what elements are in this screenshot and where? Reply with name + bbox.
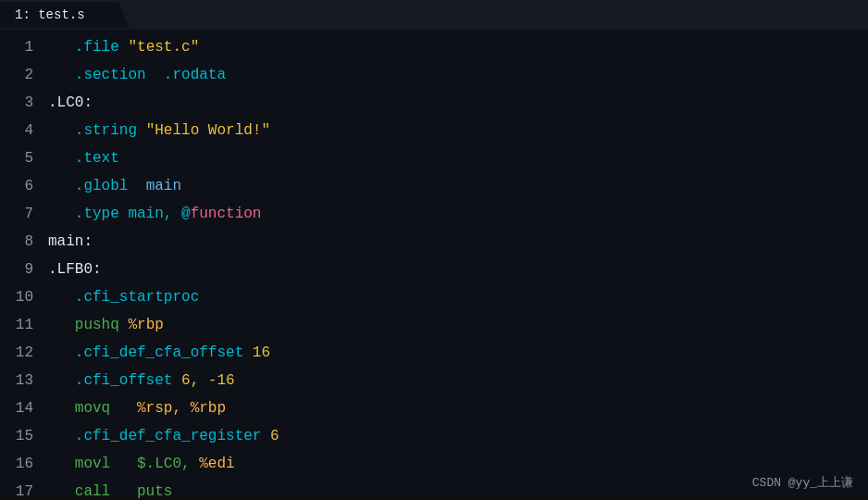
line-content: movl $.LC0, %edi xyxy=(48,450,235,478)
code-token: 6 xyxy=(270,428,279,444)
code-token: .LC0: xyxy=(48,94,93,111)
code-token: .text xyxy=(48,150,119,167)
code-line: 15 .cfi_def_cfa_register 6 xyxy=(0,422,868,450)
line-content: .cfi_def_cfa_offset 16 xyxy=(48,339,270,367)
code-line: 16 movl $.LC0, %edi xyxy=(0,450,868,478)
line-content: main: xyxy=(48,228,93,256)
code-token: .section .rodata xyxy=(48,67,226,83)
code-line: 5 .text xyxy=(0,144,868,172)
watermark: CSDN @yy_上上谦 xyxy=(752,474,853,491)
code-line: 14 movq %rsp, %rbp xyxy=(0,394,868,422)
line-content: pushq %rbp xyxy=(48,311,164,339)
line-number: 17 xyxy=(0,478,48,500)
code-line: 8main: xyxy=(0,228,868,256)
active-tab[interactable]: 1: test.s xyxy=(0,2,130,28)
code-token: main: xyxy=(48,233,93,250)
code-token: .string xyxy=(48,122,146,139)
code-token: function xyxy=(191,206,262,222)
code-token: "test.c" xyxy=(128,39,199,56)
line-number: 5 xyxy=(0,144,48,172)
editor-container: 1: test.s 1 .file "test.c"2 .section .ro… xyxy=(0,0,868,500)
line-content: .cfi_startproc xyxy=(48,283,199,311)
code-line: 13 .cfi_offset 6, -16 xyxy=(0,367,868,394)
line-number: 4 xyxy=(0,117,48,144)
code-token: movl $.LC0, xyxy=(48,456,199,472)
code-line: 12 .cfi_def_cfa_offset 16 xyxy=(0,339,868,367)
code-token: .type main, @ xyxy=(48,206,191,222)
code-token: movq xyxy=(48,400,137,417)
line-number: 14 xyxy=(0,394,48,422)
line-content: .LC0: xyxy=(48,89,93,117)
code-line: 3.LC0: xyxy=(0,89,868,117)
code-line: 11 pushq %rbp xyxy=(0,311,868,339)
code-token: .cfi_def_cfa_register xyxy=(48,428,270,444)
line-content: .section .rodata xyxy=(48,61,226,89)
code-token: .cfi_offset xyxy=(48,372,181,389)
line-number: 2 xyxy=(0,61,48,89)
tab-bar: 1: test.s xyxy=(0,0,868,30)
code-area: 1 .file "test.c"2 .section .rodata3.LC0:… xyxy=(0,30,868,500)
code-token: 6, -16 xyxy=(181,372,235,389)
line-number: 11 xyxy=(0,311,48,339)
line-number: 10 xyxy=(0,283,48,311)
line-number: 12 xyxy=(0,339,48,367)
code-line: 9.LFB0: xyxy=(0,256,868,283)
code-token: main xyxy=(146,178,181,194)
line-number: 13 xyxy=(0,367,48,394)
code-token: %rsp, %rbp xyxy=(137,400,226,417)
line-number: 16 xyxy=(0,450,48,478)
code-token: 16 xyxy=(253,344,270,361)
line-content: .cfi_def_cfa_register 6 xyxy=(48,422,279,450)
code-line: 4 .string "Hello World!" xyxy=(0,117,868,144)
code-token: call puts xyxy=(48,483,172,500)
line-number: 7 xyxy=(0,200,48,228)
code-line: 2 .section .rodata xyxy=(0,61,868,89)
line-content: .text xyxy=(48,144,119,172)
code-token: %rbp xyxy=(128,317,163,333)
line-content: .file "test.c" xyxy=(48,33,199,61)
code-line: 17 call puts xyxy=(0,478,868,500)
line-number: 1 xyxy=(0,33,48,61)
line-number: 3 xyxy=(0,89,48,117)
line-content: movq %rsp, %rbp xyxy=(48,394,226,422)
code-line: 6 .globl main xyxy=(0,172,868,200)
line-content: call puts xyxy=(48,478,172,500)
line-content: .globl main xyxy=(48,172,181,200)
line-content: .LFB0: xyxy=(48,256,102,283)
code-line: 7 .type main, @function xyxy=(0,200,868,228)
line-number: 8 xyxy=(0,228,48,256)
line-number: 6 xyxy=(0,172,48,200)
code-token: "Hello World!" xyxy=(146,122,270,139)
code-line: 10 .cfi_startproc xyxy=(0,283,868,311)
code-line: 1 .file "test.c" xyxy=(0,33,868,61)
tab-label: 1: test.s xyxy=(15,7,85,22)
code-token: .LFB0: xyxy=(48,261,102,278)
code-token: .cfi_def_cfa_offset xyxy=(48,344,253,361)
line-number: 9 xyxy=(0,256,48,283)
code-token: .cfi_startproc xyxy=(48,289,199,306)
line-number: 15 xyxy=(0,422,48,450)
line-content: .string "Hello World!" xyxy=(48,117,270,144)
code-token: .file xyxy=(48,39,128,56)
code-token: .globl xyxy=(48,178,146,194)
code-token: pushq xyxy=(48,317,128,333)
line-content: .cfi_offset 6, -16 xyxy=(48,367,235,394)
line-content: .type main, @function xyxy=(48,200,261,228)
code-token: %edi xyxy=(199,456,234,472)
